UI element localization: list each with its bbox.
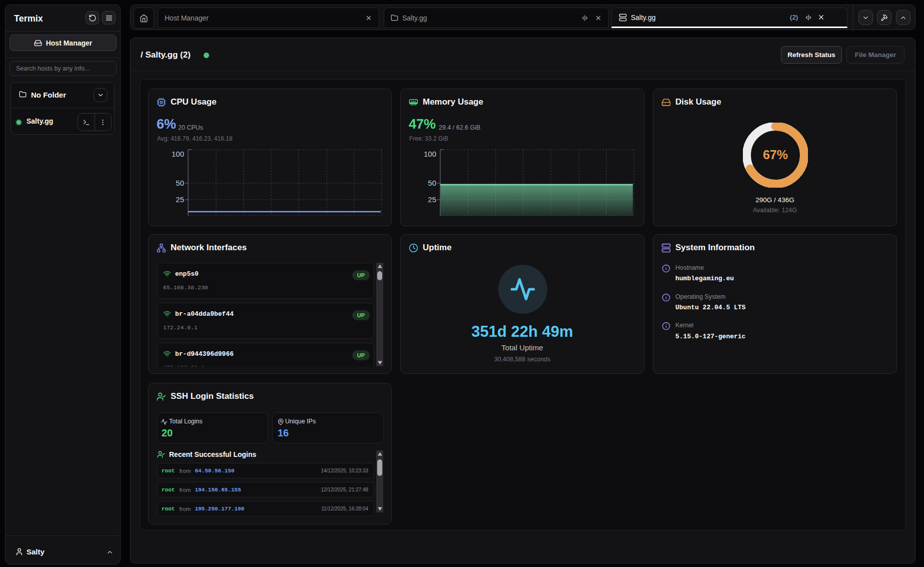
svg-text:25: 25 <box>176 195 184 204</box>
svg-text:100: 100 <box>424 150 436 158</box>
svg-text:67%: 67% <box>763 148 788 162</box>
svg-text:100: 100 <box>172 150 184 158</box>
svg-text:50: 50 <box>428 179 436 187</box>
svg-text:25: 25 <box>428 195 436 204</box>
svg-text:50: 50 <box>176 179 184 187</box>
